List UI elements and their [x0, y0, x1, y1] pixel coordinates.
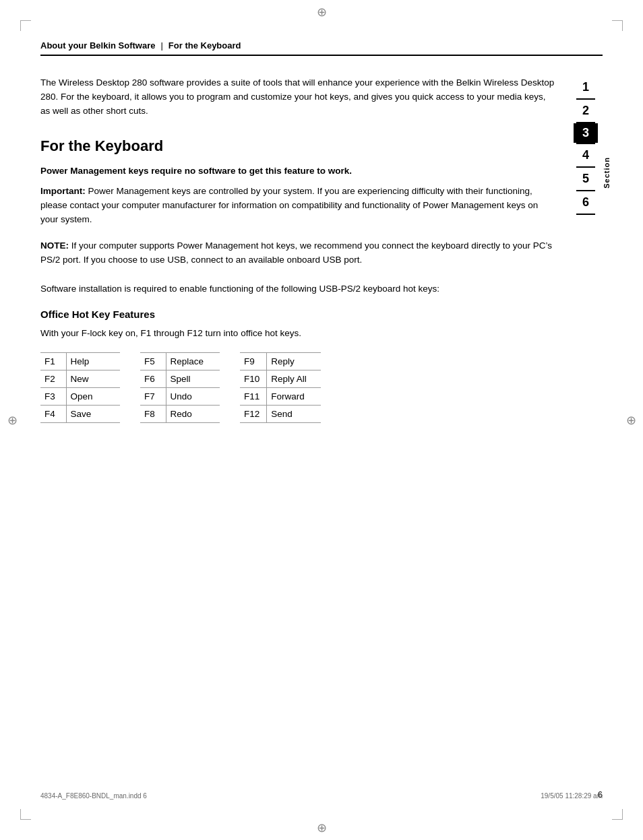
table-row: F4 Save	[40, 406, 120, 423]
reg-mark-top: ⊕	[315, 5, 328, 19]
action-f10: Reply All	[267, 370, 321, 388]
sidebar-num-3-active: 3	[574, 123, 598, 143]
footer: 4834-A_F8E860-BNDL_man.indd 6 19/5/05 11…	[40, 792, 603, 800]
header-left: About your Belkin Software	[40, 40, 155, 51]
key-f3: F3	[40, 388, 66, 406]
subheading: Power Management keys require no softwar…	[40, 164, 555, 178]
key-table-col3: F9 Reply F10 Reply All F11 Forward	[240, 352, 321, 423]
action-f4: Save	[66, 406, 120, 423]
sidebar-numbers: 1 2 3 4	[569, 76, 603, 215]
corner-bl	[20, 809, 31, 820]
sidebar-num-6: 6	[582, 191, 589, 214]
key-f2: F2	[40, 370, 66, 388]
content-main: The Wireless Desktop 280 software provid…	[40, 76, 569, 450]
key-f9: F9	[240, 353, 267, 370]
key-f10: F10	[240, 370, 267, 388]
intro-paragraph: The Wireless Desktop 280 software provid…	[40, 76, 555, 119]
action-f5: Replace	[166, 353, 220, 370]
table-row: F10 Reply All	[240, 370, 321, 388]
page-header: About your Belkin Software | For the Key…	[40, 40, 603, 56]
header-right: For the Keyboard	[169, 40, 241, 51]
table-row: F5 Replace	[140, 353, 220, 370]
footer-left: 4834-A_F8E860-BNDL_man.indd 6	[40, 792, 147, 800]
header-separator: |	[160, 40, 162, 51]
key-f4: F4	[40, 406, 66, 423]
sidebar-line-6	[576, 214, 595, 215]
reg-mark-bottom: ⊕	[315, 821, 328, 835]
sidebar-num-1: 1	[582, 76, 589, 98]
important-label: Important:	[40, 186, 86, 196]
key-table-col1: F1 Help F2 New F3 Open	[40, 352, 120, 423]
sidebar-item-2: 2	[569, 100, 603, 123]
reg-mark-left: ⊕	[5, 414, 19, 427]
key-f8: F8	[140, 406, 166, 423]
office-intro: With your F-lock key on, F1 through F12 …	[40, 327, 555, 341]
action-f11: Forward	[267, 388, 321, 406]
page: ⊕ ⊕ ⊕ ⊕ About your Belkin Software | For…	[0, 0, 643, 840]
key-f5: F5	[140, 353, 166, 370]
action-f2: New	[66, 370, 120, 388]
action-f3: Open	[66, 388, 120, 406]
key-table-col2: F5 Replace F6 Spell F7 Undo	[140, 352, 220, 423]
table-row: F6 Spell	[140, 370, 220, 388]
key-f7: F7	[140, 388, 166, 406]
action-f1: Help	[66, 353, 120, 370]
footer-right: 19/5/05 11:28:29 am	[541, 792, 603, 800]
sidebar-item-6: 6	[569, 191, 603, 215]
corner-tl	[20, 20, 31, 31]
note-label: NOTE:	[40, 240, 69, 251]
section-heading: For the Keyboard	[40, 137, 555, 155]
main-content: About your Belkin Software | For the Key…	[40, 40, 603, 800]
corner-br	[612, 809, 623, 820]
table-row: F1 Help	[40, 353, 120, 370]
sidebar-num-5: 5	[582, 168, 589, 190]
sidebar-item-5: 5	[569, 168, 603, 191]
sidebar-num-4: 4	[582, 144, 589, 166]
action-f6: Spell	[166, 370, 220, 388]
sidebar-item-4: 4	[569, 144, 603, 168]
section-label: Section	[603, 157, 611, 189]
table-row: F12 Send	[240, 406, 321, 423]
table-row: F2 New	[40, 370, 120, 388]
key-f11: F11	[240, 388, 267, 406]
key-f6: F6	[140, 370, 166, 388]
table-row: F9 Reply	[240, 353, 321, 370]
action-f12: Send	[267, 406, 321, 423]
note-text: If your computer supports Power Manageme…	[40, 240, 552, 265]
action-f9: Reply	[267, 353, 321, 370]
key-f1: F1	[40, 353, 66, 370]
corner-tr	[612, 20, 623, 31]
sidebar: 1 2 3 4	[569, 76, 603, 450]
office-heading: Office Hot Key Features	[40, 309, 555, 320]
install-paragraph: Software installation is required to ena…	[40, 282, 555, 296]
reg-mark-right: ⊕	[624, 414, 638, 427]
sidebar-num-2: 2	[582, 100, 589, 122]
content-wrapper: The Wireless Desktop 280 software provid…	[40, 76, 603, 450]
action-f7: Undo	[166, 388, 220, 406]
key-tables: F1 Help F2 New F3 Open	[40, 352, 555, 423]
important-paragraph: Important: Power Management keys are con…	[40, 185, 555, 227]
key-f12: F12	[240, 406, 267, 423]
sidebar-item-1: 1	[569, 76, 603, 100]
important-text: Power Management keys are controlled by …	[40, 186, 538, 224]
table-row: F7 Undo	[140, 388, 220, 406]
table-row: F3 Open	[40, 388, 120, 406]
action-f8: Redo	[166, 406, 220, 423]
table-row: F8 Redo	[140, 406, 220, 423]
table-row: F11 Forward	[240, 388, 321, 406]
sidebar-item-3: 3	[569, 123, 603, 144]
note-paragraph: NOTE: If your computer supports Power Ma…	[40, 239, 555, 267]
